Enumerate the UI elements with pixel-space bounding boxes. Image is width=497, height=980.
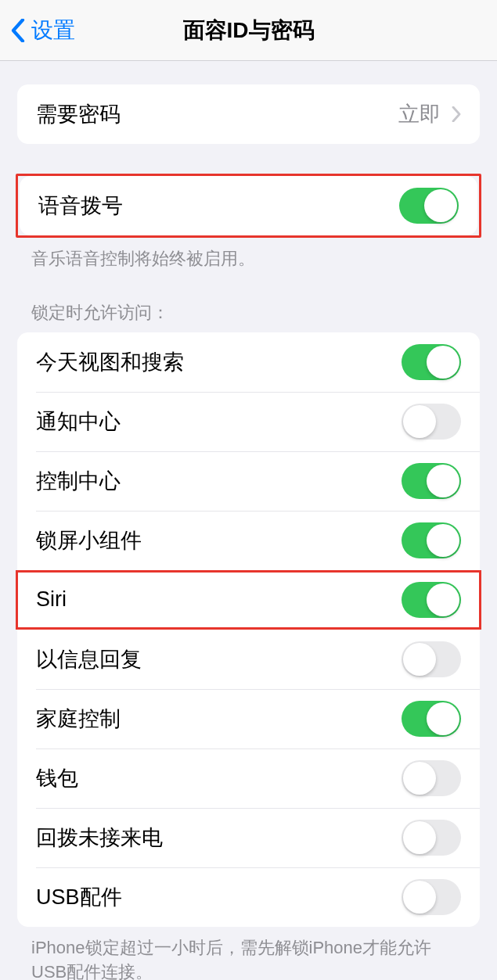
lock-row--: 钱包 xyxy=(17,748,480,808)
lock-row-label: 通知中心 xyxy=(36,407,121,436)
require-passcode-value: 立即 xyxy=(398,100,441,128)
lock-section-header: 锁定时允许访问： xyxy=(0,301,497,332)
voice-dial-label: 语音拨号 xyxy=(38,192,123,220)
toggle-knob xyxy=(427,346,459,379)
lock-row--: 今天视图和搜索 xyxy=(17,332,480,392)
lock-row-label: 锁屏小组件 xyxy=(36,526,142,555)
toggle-knob xyxy=(427,465,459,497)
toggle-knob xyxy=(424,189,457,222)
lock-row-usb-: USB配件 xyxy=(17,867,480,927)
lock-row-label: 今天视图和搜索 xyxy=(36,348,184,376)
voice-dial-group: 语音拨号 xyxy=(20,176,477,235)
lock-section-footer: iPhone锁定超过一小时后，需先解锁iPhone才能允许USB配件连接。 xyxy=(0,927,497,980)
voice-dial-toggle[interactable] xyxy=(399,188,459,224)
require-passcode-group: 需要密码 立即 xyxy=(17,84,480,144)
toggle-knob xyxy=(403,881,436,914)
lock-row-label: 以信息回复 xyxy=(36,645,142,673)
chevron-left-icon xyxy=(11,19,25,42)
lock-row-toggle--[interactable] xyxy=(402,701,461,737)
toggle-knob xyxy=(427,583,459,616)
lock-row-toggle--[interactable] xyxy=(402,522,461,558)
chevron-right-icon xyxy=(452,106,461,122)
lock-row-toggle--[interactable] xyxy=(402,463,461,499)
toggle-knob xyxy=(403,762,436,795)
lock-row-toggle--[interactable] xyxy=(402,760,461,796)
siri-row-wrapper: Siri xyxy=(17,570,480,630)
lock-row-label: 家庭控制 xyxy=(36,705,121,733)
lock-row-toggle--[interactable] xyxy=(402,641,461,677)
lock-row-toggle--[interactable] xyxy=(402,820,461,856)
lock-row-toggle-usb-[interactable] xyxy=(402,879,461,915)
voice-dial-row: 语音拨号 xyxy=(20,176,477,235)
voice-dial-highlight: 语音拨号 xyxy=(16,174,481,238)
lock-row-toggle--[interactable] xyxy=(402,404,461,440)
toggle-knob xyxy=(427,702,459,735)
toggle-knob xyxy=(403,821,436,854)
lock-row-toggle--[interactable] xyxy=(402,344,461,380)
lock-row--: 以信息回复 xyxy=(17,630,480,689)
lock-row-label: 钱包 xyxy=(36,764,78,792)
toggle-knob xyxy=(427,524,459,557)
lock-row-label: 回拨未接来电 xyxy=(36,824,163,852)
toggle-knob xyxy=(403,643,436,676)
lock-row--: 家庭控制 xyxy=(17,689,480,748)
toggle-knob xyxy=(403,405,436,438)
back-label: 设置 xyxy=(31,16,75,45)
lock-row--: 控制中心 xyxy=(17,451,480,511)
require-passcode-row[interactable]: 需要密码 立即 xyxy=(17,84,480,144)
lock-row-label: 控制中心 xyxy=(36,467,121,495)
lock-row-label: Siri xyxy=(36,587,67,612)
lock-row-siri: Siri xyxy=(17,570,480,630)
page-title: 面容ID与密码 xyxy=(183,16,315,45)
back-button[interactable]: 设置 xyxy=(0,16,75,45)
lock-row--: 锁屏小组件 xyxy=(17,511,480,570)
navigation-header: 设置 面容ID与密码 xyxy=(0,0,497,61)
lock-access-group: 今天视图和搜索通知中心控制中心锁屏小组件Siri以信息回复家庭控制钱包回拨未接来… xyxy=(17,332,480,927)
lock-row-label: USB配件 xyxy=(36,883,122,911)
require-passcode-label: 需要密码 xyxy=(36,100,121,128)
voice-dial-footer: 音乐语音控制将始终被启用。 xyxy=(0,238,497,271)
lock-row--: 回拨未接来电 xyxy=(17,808,480,867)
lock-row-toggle-siri[interactable] xyxy=(402,582,461,618)
require-passcode-value-wrap: 立即 xyxy=(398,100,461,128)
lock-row--: 通知中心 xyxy=(17,392,480,451)
